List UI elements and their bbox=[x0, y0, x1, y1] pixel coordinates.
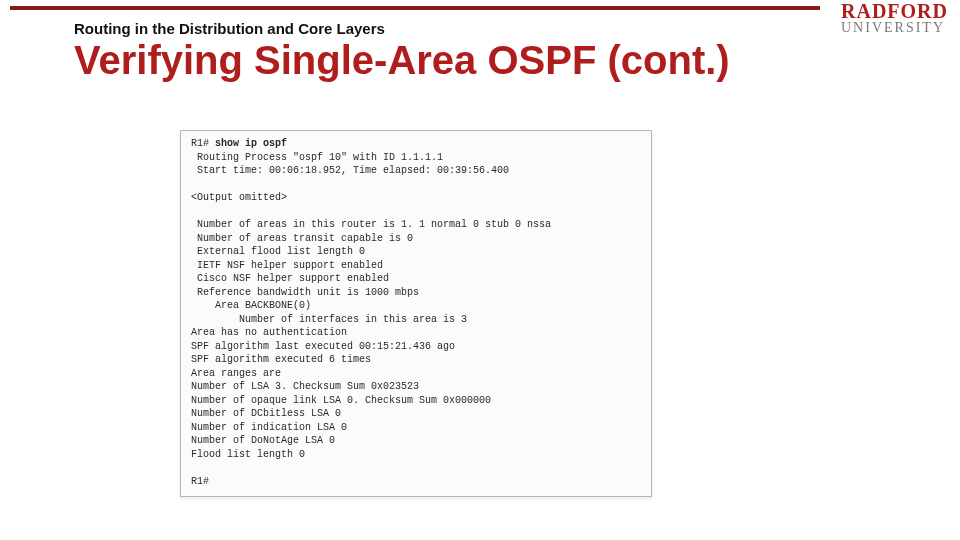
top-rule bbox=[10, 6, 820, 10]
terminal-output: R1# show ip ospf Routing Process "ospf 1… bbox=[180, 130, 652, 497]
terminal-prompt: R1# bbox=[191, 138, 215, 149]
terminal-command: show ip ospf bbox=[215, 138, 287, 149]
terminal-block2: Number of areas in this router is 1. 1 n… bbox=[191, 219, 551, 460]
kicker-text: Routing in the Distribution and Core Lay… bbox=[74, 20, 950, 37]
terminal-block1: Routing Process "ospf 10" with ID 1.1.1.… bbox=[191, 152, 509, 177]
terminal-prompt-end: R1# bbox=[191, 476, 209, 487]
page-title: Verifying Single-Area OSPF (cont.) bbox=[74, 39, 950, 81]
slide: RADFORD UNIVERSITY Routing in the Distri… bbox=[0, 0, 960, 540]
logo-brand: RADFORD bbox=[841, 2, 948, 21]
terminal-omitted: <Output omitted> bbox=[191, 192, 287, 203]
logo-sub: UNIVERSITY bbox=[841, 21, 948, 34]
logo: RADFORD UNIVERSITY bbox=[841, 2, 948, 34]
